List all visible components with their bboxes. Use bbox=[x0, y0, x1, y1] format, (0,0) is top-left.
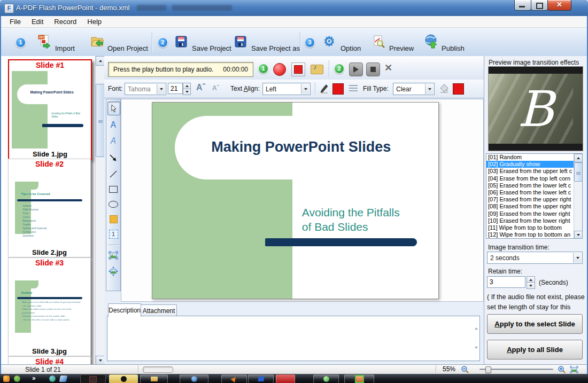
number-label-tool[interactable]: 1 bbox=[107, 228, 119, 240]
effect-item[interactable]: [06] Erased from the lower left c bbox=[486, 189, 582, 196]
description-textarea[interactable] bbox=[107, 316, 480, 361]
thumbnail-slide-3[interactable]: Slide #3 Outline Make your 1st or 2nd sl… bbox=[8, 257, 91, 356]
stop-audio-button[interactable] bbox=[366, 62, 380, 76]
maximize-button[interactable] bbox=[531, 0, 548, 11]
fill-type-dropdown[interactable]: Clear bbox=[393, 83, 435, 95]
image-move-tool[interactable] bbox=[107, 265, 119, 278]
taskbar-quicklaunch-icon[interactable] bbox=[59, 376, 68, 382]
effect-item[interactable]: [12] Wipe from top to bottom an bbox=[486, 231, 582, 238]
font-size-input[interactable]: 21 bbox=[168, 83, 183, 94]
line-tool[interactable] bbox=[107, 168, 119, 181]
transition-effects-list[interactable]: [01] Random [02] Gradually show [03] Era… bbox=[486, 153, 583, 239]
thumbnail-slide-2[interactable]: Slide #2 Tips to be Covered Outlines Sli… bbox=[8, 159, 91, 257]
scrollbar-thumb[interactable] bbox=[96, 84, 105, 157]
menu-edit[interactable]: Edit bbox=[26, 17, 49, 27]
retain-down-icon[interactable] bbox=[527, 282, 535, 289]
menu-help[interactable]: Help bbox=[82, 17, 107, 27]
preview-button[interactable]: Preview bbox=[389, 44, 414, 52]
effect-item[interactable]: [10] Erased from the lower right bbox=[486, 217, 582, 224]
taskbar-button[interactable] bbox=[248, 374, 274, 383]
increase-font-icon[interactable]: Aˆ bbox=[196, 83, 205, 92]
effect-item[interactable]: [03] Erased from the upper left c bbox=[486, 168, 582, 175]
chevron-down-icon[interactable] bbox=[573, 253, 582, 263]
arrow-tool[interactable] bbox=[107, 152, 119, 165]
taskbar-button[interactable] bbox=[140, 374, 168, 383]
publish-button[interactable]: Publish bbox=[442, 44, 465, 52]
font-size-down-icon[interactable] bbox=[183, 89, 191, 95]
taskbar-button-active[interactable] bbox=[109, 374, 138, 383]
save-project-as-button[interactable]: Save Project as bbox=[251, 44, 300, 52]
import-button[interactable]: Import bbox=[55, 44, 75, 52]
ellipse-tool[interactable] bbox=[107, 198, 119, 210]
zoom-slider-thumb[interactable] bbox=[485, 366, 491, 373]
menu-record[interactable]: Record bbox=[49, 17, 82, 27]
open-project-button[interactable]: Open Project bbox=[107, 44, 148, 52]
taskbar-tray-icon[interactable] bbox=[3, 376, 10, 382]
menu-file[interactable]: File bbox=[4, 17, 26, 27]
highlight-color-tool[interactable] bbox=[107, 213, 119, 225]
thumbnail-slide-1[interactable]: Slide #1 Making PowerPoint Slides Avoidi… bbox=[8, 59, 92, 160]
italic-text-tool[interactable]: A bbox=[107, 135, 119, 147]
text-align-dropdown[interactable]: Left bbox=[262, 83, 311, 95]
effect-item[interactable]: [04] Erase from the top left corn bbox=[486, 175, 582, 182]
taskbar-overflow-icon[interactable]: » bbox=[32, 374, 36, 382]
scrollbar-thumb[interactable] bbox=[574, 162, 583, 182]
scroll-up-icon[interactable] bbox=[574, 154, 583, 162]
image-select-tool[interactable] bbox=[107, 249, 119, 262]
text-tool[interactable]: A bbox=[107, 119, 119, 131]
apply-to-all-button[interactable]: Apply to all Slide bbox=[487, 340, 583, 359]
transition-time-dropdown[interactable]: 2 seconds bbox=[487, 252, 583, 264]
option-button[interactable]: Option bbox=[341, 44, 361, 52]
minimize-button[interactable] bbox=[514, 0, 531, 11]
stop-record-button[interactable] bbox=[291, 62, 305, 76]
chevron-down-icon[interactable] bbox=[301, 84, 310, 94]
taskbar-button[interactable] bbox=[180, 374, 208, 383]
effect-item-selected[interactable]: [02] Gradually show bbox=[486, 161, 582, 168]
delete-audio-icon[interactable] bbox=[384, 62, 392, 74]
font-color-swatch[interactable] bbox=[332, 83, 344, 95]
effect-item[interactable]: [08] Erased from the upper right bbox=[486, 203, 582, 210]
slide-preview[interactable]: Making PowerPoint Slides Avoiding the Pi… bbox=[152, 102, 439, 299]
tab-description[interactable]: Description bbox=[108, 303, 141, 317]
taskbar-button[interactable] bbox=[276, 374, 295, 383]
taskbar-button[interactable] bbox=[313, 374, 339, 383]
tab-attachment[interactable]: Attachment bbox=[141, 304, 177, 317]
scroll-down-icon[interactable] bbox=[574, 231, 583, 239]
select-tool[interactable] bbox=[107, 101, 120, 115]
effects-scrollbar[interactable] bbox=[574, 154, 582, 238]
taskbar-quicklaunch-icon[interactable] bbox=[49, 376, 56, 382]
thumbnail-slide-4[interactable]: Slide #4 bbox=[8, 356, 91, 364]
effect-item[interactable]: [11] Wipe from top to bottom bbox=[486, 224, 582, 231]
scroll-up-icon[interactable] bbox=[96, 56, 105, 66]
slide-2-image: Tips to be Covered Outlines Slide Struct… bbox=[11, 170, 88, 247]
effect-item[interactable]: [01] Random bbox=[486, 154, 582, 161]
chevron-down-icon[interactable] bbox=[157, 84, 165, 94]
font-color-pen-icon[interactable] bbox=[319, 83, 330, 96]
close-button[interactable] bbox=[547, 0, 571, 11]
taskbar-button[interactable] bbox=[221, 374, 247, 383]
chevron-down-icon[interactable] bbox=[425, 84, 434, 94]
taskbar-button[interactable] bbox=[80, 374, 106, 383]
play-audio-button[interactable] bbox=[349, 62, 363, 76]
record-button[interactable] bbox=[273, 63, 286, 76]
thumbnail-scrollbar[interactable] bbox=[95, 56, 104, 364]
slide-canvas[interactable]: Making PowerPoint Slides Avoiding the Pi… bbox=[121, 99, 484, 302]
effect-item[interactable]: [07] Erased from the upper right bbox=[486, 196, 582, 203]
scroll-up-icon[interactable] bbox=[475, 318, 478, 328]
effect-item[interactable]: [05] Erased from the lower left c bbox=[486, 182, 582, 189]
decrease-font-icon[interactable]: Aˇ bbox=[212, 84, 219, 92]
scroll-down-icon[interactable] bbox=[475, 349, 478, 358]
rectangle-tool[interactable] bbox=[107, 183, 119, 196]
fill-bucket-icon[interactable] bbox=[439, 83, 450, 96]
save-project-button[interactable]: Save Project bbox=[192, 44, 231, 52]
scroll-down-icon[interactable] bbox=[96, 356, 105, 364]
background-window-ghost bbox=[137, 5, 166, 11]
fill-color-swatch[interactable] bbox=[453, 83, 464, 95]
font-family-dropdown[interactable]: Tahoma bbox=[125, 83, 166, 95]
effect-item[interactable]: [09] Erased from the lower right bbox=[486, 210, 582, 217]
retain-time-input[interactable] bbox=[487, 276, 525, 288]
taskbar-tray-icon[interactable] bbox=[14, 376, 20, 382]
load-audio-file-icon[interactable] bbox=[311, 63, 323, 75]
taskbar-button[interactable] bbox=[344, 374, 374, 383]
apply-to-selected-button[interactable]: Apply to the select Slide bbox=[487, 314, 583, 334]
